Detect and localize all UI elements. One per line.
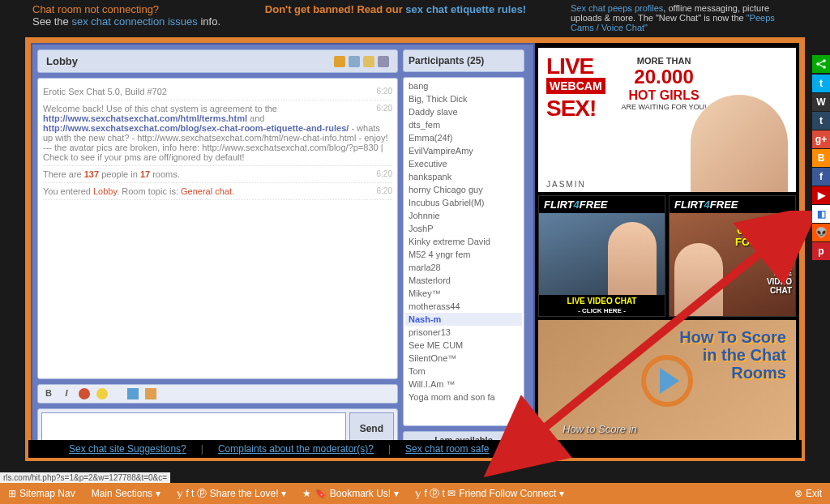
participant-item[interactable]: Yoga mom and son fa [405, 391, 522, 404]
participant-item[interactable]: EvilVampireAmy [405, 144, 522, 157]
social-share-button[interactable]: ◧ [812, 205, 830, 223]
safety-link[interactable]: Sex chat room safe [405, 443, 489, 455]
chat-message: 6:20Erotic Sex Chat 5.0, Build #702 [43, 83, 392, 100]
msg-text: There are 137 people in 17 rooms. [43, 169, 180, 179]
ad-model-image [691, 95, 788, 192]
social-share-button[interactable]: W [812, 93, 830, 111]
msg-text: Welcome back! Use of this chat system is… [43, 104, 388, 162]
f4f-logo: FLIRT4FREE [539, 196, 665, 213]
participant-item[interactable]: Johnnie [405, 209, 522, 222]
ad-text-more: MORE THAN [622, 56, 707, 66]
participant-item[interactable]: motherass44 [405, 300, 522, 313]
participant-item[interactable]: horny Chicago guy [405, 183, 522, 196]
participant-item[interactable]: Emma(24f) [405, 131, 522, 144]
msg-time: 6:20 [377, 169, 392, 178]
inner-area: Lobby 6:20Erotic Sex Chat 5.0, Build #70… [31, 43, 799, 455]
messages-pane[interactable]: 6:20Erotic Sex Chat 5.0, Build #7026:20W… [37, 78, 398, 379]
format-toolbar: B I [37, 384, 398, 404]
bottom-links-row: Sex chat site Suggestions?| Complaints a… [28, 440, 802, 458]
ad-text-webcam: WEBCAM [546, 78, 605, 94]
sound-icon[interactable] [363, 56, 374, 67]
social-share-button[interactable]: p [812, 242, 830, 260]
participant-item[interactable]: Will.I.Am ™ [405, 378, 522, 391]
ads-area: LIVE WEBCAM SEX! MORE THAN 20.000 HOT GI… [535, 43, 799, 455]
participant-item[interactable]: Incubus Gabriel(M) [405, 196, 522, 209]
help-icon[interactable] [378, 56, 389, 67]
users-icon[interactable] [334, 56, 345, 67]
top-banner: Chat room not connecting? See the sex ch… [0, 0, 830, 37]
model-image [674, 243, 723, 316]
msg-text: You entered Lobby. Room topic is: Genera… [43, 186, 234, 196]
f4f-logo: FLIRT4FREE [670, 196, 795, 213]
social-share-button[interactable]: 👽 [812, 224, 830, 241]
msg-time: 6:20 [377, 186, 392, 195]
share-menu[interactable]: 𝕪 f t ⓟ Share the Love! ▾ [177, 487, 286, 501]
f4f-overlay-text: CHAT LIVE FOR FREE! LIVEVIDEOCHAT [735, 225, 792, 295]
ad-text-waiting: ARE WAITING FOR YOU! [622, 103, 707, 111]
chat-header: Lobby [37, 49, 398, 73]
ad-flirt4free-1[interactable]: FLIRT4FREE LIVE VIDEO CHAT- CLICK HERE - [538, 195, 665, 317]
msg-time: 6:20 [377, 104, 392, 113]
participants-header: Participants (25) [403, 49, 524, 72]
participant-item[interactable]: bang [405, 79, 522, 92]
settings-icon[interactable] [349, 56, 360, 67]
participants-list[interactable]: bangBig, Thick DickDaddy slavedts_femEmm… [403, 77, 524, 426]
top-right-notice: Sex chat peeps profiles, offline messagi… [571, 3, 798, 32]
ad-row-2: FLIRT4FREE LIVE VIDEO CHAT- CLICK HERE -… [538, 195, 796, 317]
participant-item[interactable]: hankspank [405, 170, 522, 183]
model-image [608, 222, 657, 295]
rooms-button[interactable] [145, 388, 156, 399]
participant-item[interactable]: prisoner13 [405, 326, 522, 339]
f4f-caption: LIVE VIDEO CHAT- CLICK HERE - [539, 295, 665, 316]
participant-item[interactable]: JoshP [405, 222, 522, 235]
participant-item[interactable]: Kinky extreme David [405, 235, 522, 248]
italic-button[interactable]: I [61, 388, 72, 399]
bold-button[interactable]: B [43, 388, 54, 399]
social-share-button[interactable]: ▶ [812, 186, 830, 204]
complaints-link[interactable]: Complaints about the moderator(s)? [218, 443, 374, 455]
social-share-button[interactable]: g+ [812, 130, 830, 148]
social-share-button[interactable]: t [812, 75, 830, 92]
ad-text-sex: SEX! [546, 96, 605, 122]
main-sections-menu[interactable]: Main Sections ▾ [92, 488, 160, 499]
attach-button[interactable] [127, 388, 139, 399]
ad-text-live: LIVE [546, 56, 605, 76]
color-button[interactable] [79, 388, 90, 399]
participant-item[interactable]: Daddy slave [405, 105, 522, 118]
exit-button[interactable]: ⊗ Exit [794, 488, 822, 499]
chat-left-column: Lobby 6:20Erotic Sex Chat 5.0, Build #70… [37, 49, 398, 449]
participant-item[interactable]: SilentOne™ [405, 352, 522, 365]
participant-item[interactable]: Nash-m [405, 313, 522, 326]
svg-line-5 [819, 65, 824, 67]
participant-item[interactable]: See ME CUM [405, 339, 522, 352]
participant-item[interactable]: dts_fem [405, 118, 522, 131]
social-share-button[interactable]: t [812, 112, 830, 130]
participant-item[interactable]: marla28 [405, 261, 522, 274]
share-toggle-icon[interactable] [812, 55, 830, 73]
etiquette-link[interactable]: sex chat etiquette rules! [405, 3, 526, 15]
sitemap-nav-menu[interactable]: ⊞ Sitemap Nav [8, 488, 75, 499]
emoji-button[interactable] [96, 388, 108, 399]
ad-brand-jasmin: JASMIN [546, 180, 586, 189]
ad-how-to-score[interactable]: How To Score in the Chat Rooms How to Sc… [538, 320, 796, 442]
participant-item[interactable]: Big, Thick Dick [405, 92, 522, 105]
participant-item[interactable]: Mikey™ [405, 287, 522, 300]
peeps-profiles-link[interactable]: Sex chat peeps profiles [571, 3, 663, 13]
suggestions-link[interactable]: Sex chat site Suggestions? [69, 443, 186, 455]
participant-item[interactable]: M52 4 yngr fem [405, 248, 522, 261]
notice-line2: See the sex chat connection issues info. [32, 15, 220, 28]
participant-item[interactable]: Masterlord [405, 274, 522, 287]
notice-line1: Chat room not connecting? [32, 3, 220, 15]
social-share-button[interactable]: B [812, 149, 830, 167]
header-icons [334, 56, 389, 67]
participant-item[interactable]: Tom [405, 365, 522, 378]
footer-bar: ⊞ Sitemap Nav Main Sections ▾ 𝕪 f t ⓟ Sh… [0, 483, 830, 504]
participant-item[interactable]: Executive [405, 157, 522, 170]
social-share-button[interactable]: f [812, 168, 830, 186]
bookmark-menu[interactable]: ★ 🔖 Bookmark Us! ▾ [302, 488, 399, 499]
follow-menu[interactable]: 𝕪 f ⓟ t ✉ Friend Follow Connect ▾ [415, 487, 564, 501]
chat-message: 6:20Welcome back! Use of this chat syste… [43, 100, 392, 166]
ad-jasmin[interactable]: LIVE WEBCAM SEX! MORE THAN 20.000 HOT GI… [538, 48, 796, 192]
connection-issues-link[interactable]: sex chat connection issues [71, 15, 197, 28]
ad-flirt4free-2[interactable]: FLIRT4FREE CHAT LIVE FOR FREE! LIVEVIDEO… [669, 195, 796, 317]
